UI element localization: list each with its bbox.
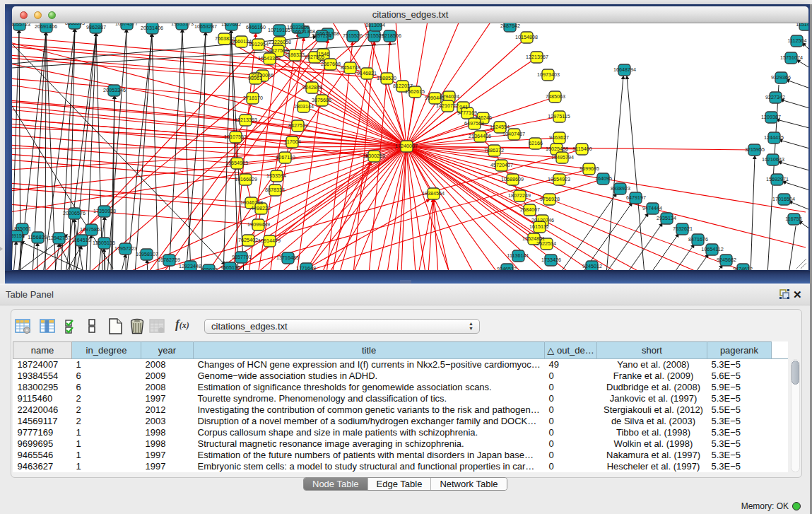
svg-text:12505135: 12505135	[93, 240, 115, 246]
svg-text:62166: 62166	[529, 140, 543, 146]
svg-text:1771648: 1771648	[296, 265, 316, 270]
svg-text:11136141: 11136141	[507, 252, 529, 259]
svg-text:116753: 116753	[785, 216, 801, 222]
svg-text:6466160: 6466160	[246, 24, 266, 30]
svg-text:98961: 98961	[248, 75, 262, 81]
svg-text:2803144: 2803144	[294, 103, 314, 110]
svg-text:7625402: 7625402	[238, 237, 258, 243]
svg-text:2684007: 2684007	[520, 206, 540, 213]
svg-text:10688609: 10688609	[501, 176, 524, 182]
svg-text:10025488: 10025488	[546, 146, 568, 152]
svg-text:6479197: 6479197	[626, 194, 646, 201]
svg-text:2935134: 2935134	[657, 215, 676, 221]
svg-text:1112504: 1112504	[788, 37, 807, 44]
svg-text:23226058: 23226058	[269, 39, 291, 45]
svg-text:9474444: 9474444	[642, 205, 662, 211]
svg-text:2487642: 2487642	[500, 23, 520, 29]
svg-text:18300295: 18300295	[363, 153, 385, 159]
svg-text:9146821: 9146821	[357, 70, 377, 76]
svg-text:18495794: 18495794	[551, 154, 574, 160]
svg-text:10958107: 10958107	[136, 251, 158, 257]
svg-text:16033809: 16033809	[287, 24, 310, 30]
svg-text:8588593: 8588593	[65, 23, 85, 26]
svg-text:9777169: 9777169	[457, 110, 477, 116]
svg-text:1615132: 1615132	[529, 223, 549, 230]
svg-text:9227342: 9227342	[765, 94, 785, 100]
svg-text:12213967: 12213967	[526, 54, 548, 60]
svg-text:4498222: 4498222	[251, 205, 271, 211]
svg-text:20691406: 20691406	[35, 23, 57, 30]
svg-text:20120746: 20120746	[531, 217, 554, 223]
svg-text:1733426: 1733426	[541, 257, 561, 263]
svg-text:7857224: 7857224	[312, 33, 331, 39]
svg-text:19166829: 19166829	[235, 176, 257, 182]
svg-text:10107553: 10107553	[224, 134, 247, 140]
svg-text:9246512: 9246512	[497, 266, 517, 270]
svg-text:15692971: 15692971	[766, 176, 789, 182]
svg-text:17957223: 17957223	[114, 245, 137, 252]
svg-text:16648794: 16648794	[613, 66, 636, 73]
svg-text:1164519: 1164519	[71, 237, 90, 243]
svg-text:6497568: 6497568	[464, 120, 484, 127]
svg-text:16210643: 16210643	[762, 156, 784, 163]
svg-text:19654983: 19654983	[225, 160, 248, 166]
svg-text:1353594: 1353594	[266, 173, 286, 179]
svg-text:14055723: 14055723	[12, 23, 30, 28]
svg-text:7886372: 7886372	[484, 147, 504, 153]
svg-text:7485063: 7485063	[546, 93, 565, 100]
svg-text:9862887: 9862887	[86, 24, 106, 30]
svg-text:9463627: 9463627	[549, 134, 569, 141]
svg-text:9245012: 9245012	[582, 263, 602, 269]
svg-text:8813094: 8813094	[365, 23, 385, 28]
svg-text:18072249: 18072249	[508, 192, 531, 199]
svg-text:16543362: 16543362	[258, 55, 281, 62]
svg-text:8878334: 8878334	[265, 187, 285, 193]
svg-text:8912954: 8912954	[249, 41, 269, 47]
svg-text:939159: 939159	[12, 233, 25, 239]
svg-text:1527602: 1527602	[221, 23, 241, 28]
svg-text:10914479: 10914479	[258, 238, 281, 244]
svg-text:1546: 1546	[318, 51, 329, 57]
svg-text:45720407: 45720407	[490, 162, 513, 168]
svg-text:10407487: 10407487	[502, 131, 525, 137]
svg-text:8267110: 8267110	[276, 154, 295, 160]
svg-text:6794024: 6794024	[440, 93, 459, 100]
svg-text:3215955: 3215955	[745, 146, 765, 153]
svg-text:1244415: 1244415	[764, 134, 784, 141]
svg-text:1588520: 1588520	[377, 75, 396, 81]
svg-text:7515526: 7515526	[343, 33, 363, 39]
svg-text:17240007: 17240007	[395, 143, 418, 149]
svg-text:2367608: 2367608	[321, 61, 341, 67]
svg-text:12942757: 12942757	[48, 235, 71, 241]
svg-text:17016504: 17016504	[772, 196, 795, 202]
svg-text:7632621: 7632621	[673, 226, 693, 232]
svg-text:20053346: 20053346	[103, 87, 126, 93]
svg-text:9505135: 9505135	[220, 264, 240, 270]
svg-text:1209387: 1209387	[761, 114, 781, 120]
svg-text:8471676: 8471676	[688, 236, 708, 243]
svg-text:13716485: 13716485	[276, 255, 299, 261]
svg-text:9474612: 9474612	[733, 266, 753, 270]
svg-text:3875685: 3875685	[312, 97, 331, 103]
svg-text:10653287: 10653287	[194, 23, 217, 30]
svg-text:9329366: 9329366	[771, 74, 791, 81]
svg-text:1562615: 1562615	[405, 88, 425, 95]
svg-text:1156829: 1156829	[28, 234, 47, 240]
svg-text:9857791: 9857791	[232, 254, 252, 260]
svg-text:8427512: 8427512	[288, 122, 308, 129]
svg-text:19218506: 19218506	[379, 33, 401, 39]
svg-text:19099489: 19099489	[247, 221, 270, 228]
svg-text:9756928: 9756928	[540, 196, 560, 202]
svg-text:1624554: 1624554	[490, 124, 510, 130]
svg-text:9242848: 9242848	[302, 84, 322, 90]
svg-text:9699695: 9699695	[579, 165, 599, 172]
svg-text:9115460: 9115460	[572, 146, 592, 152]
svg-text:905013: 905013	[201, 267, 218, 270]
svg-text:12213393: 12213393	[235, 117, 257, 123]
svg-text:15751074: 15751074	[780, 54, 803, 61]
svg-text:14210722: 14210722	[436, 103, 459, 109]
svg-text:2718170: 2718170	[243, 95, 263, 101]
svg-text:12975115: 12975115	[548, 113, 570, 119]
svg-text:12923448: 12923448	[179, 263, 201, 269]
svg-text:21364436: 21364436	[469, 133, 491, 139]
